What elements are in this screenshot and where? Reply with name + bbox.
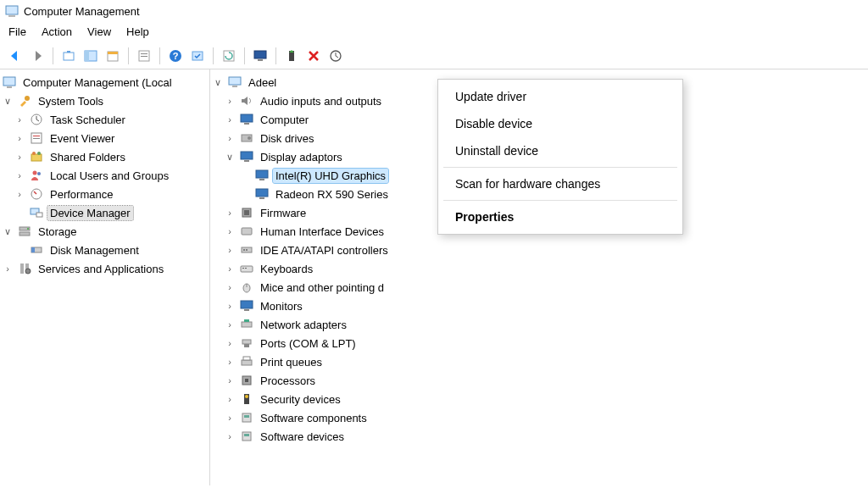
toolbar-separator: [159, 47, 160, 64]
monitor-icon: [239, 112, 254, 127]
up-button[interactable]: [58, 46, 79, 66]
svg-rect-32: [36, 213, 42, 217]
device-cat-monitors[interactable]: › Monitors: [212, 297, 866, 315]
tree-item-task-scheduler[interactable]: › Task Scheduler: [2, 110, 208, 129]
svg-point-28: [33, 171, 37, 175]
expand-icon[interactable]: ›: [14, 114, 25, 125]
expand-icon[interactable]: ›: [224, 133, 236, 143]
expand-icon[interactable]: ›: [224, 431, 236, 441]
gpu-icon: [254, 168, 270, 183]
tree-item-event-viewer[interactable]: › Event Viewer: [2, 129, 208, 147]
menu-view[interactable]: View: [87, 25, 111, 38]
svg-point-29: [37, 172, 41, 175]
keyboard-icon: [239, 261, 254, 276]
device-cat-mice[interactable]: › Mice and other pointing d: [212, 278, 866, 297]
expand-icon[interactable]: ›: [224, 114, 236, 125]
expand-icon[interactable]: ›: [14, 133, 25, 143]
device-cat-ide[interactable]: › IDE ATA/ATAPI controllers: [212, 241, 866, 259]
performance-icon: [29, 186, 44, 202]
tree-item-device-manager[interactable]: › Device Manager: [2, 203, 208, 222]
expand-icon[interactable]: ›: [224, 413, 236, 423]
svg-rect-15: [258, 59, 263, 61]
tree-item-system-tools[interactable]: ∨ System Tools: [2, 92, 208, 110]
device-cat-processors[interactable]: › Processors: [212, 371, 866, 390]
expand-icon[interactable]: ›: [14, 170, 25, 180]
update-driver-button[interactable]: [281, 46, 302, 66]
menu-uninstall-device[interactable]: Uninstall device: [438, 137, 682, 164]
expand-icon[interactable]: ›: [224, 375, 236, 385]
svg-rect-25: [31, 154, 42, 161]
svg-rect-23: [33, 136, 40, 136]
menu-disable-device[interactable]: Disable device: [438, 110, 682, 137]
device-cat-print[interactable]: › Print queues: [212, 352, 866, 371]
device-cat-ports[interactable]: › Ports (COM & LPT): [212, 334, 866, 352]
device-cat-security[interactable]: › Security devices: [212, 390, 866, 408]
expand-icon[interactable]: ›: [224, 357, 236, 367]
action-button[interactable]: [187, 46, 208, 66]
delete-button[interactable]: [303, 46, 324, 66]
menu-update-driver[interactable]: Update driver: [438, 83, 682, 110]
tree-item-performance[interactable]: › Performance: [2, 185, 208, 203]
disk-icon: [239, 130, 254, 146]
refresh-button[interactable]: [219, 46, 239, 66]
menu-file[interactable]: File: [8, 25, 26, 38]
calendar-button[interactable]: [103, 46, 123, 66]
tree-item-disk-management[interactable]: › Disk Management: [2, 241, 208, 259]
svg-rect-34: [19, 232, 30, 236]
menu-properties[interactable]: Properties: [438, 203, 682, 230]
collapse-icon[interactable]: ∨: [212, 77, 224, 88]
menu-separator: [443, 167, 677, 168]
monitor-button[interactable]: [250, 46, 270, 66]
titlebar: Computer Management: [0, 0, 868, 22]
svg-rect-54: [244, 210, 249, 215]
properties-button[interactable]: [134, 46, 154, 66]
svg-rect-2: [64, 53, 74, 60]
chip-icon: [239, 205, 254, 220]
expand-icon[interactable]: ›: [224, 208, 236, 218]
expand-icon[interactable]: ›: [224, 319, 236, 330]
expand-icon[interactable]: ›: [224, 245, 236, 255]
collapse-icon[interactable]: ∨: [2, 96, 14, 107]
menu-action[interactable]: Action: [42, 25, 72, 38]
expand-icon[interactable]: ›: [224, 394, 236, 404]
svg-rect-49: [256, 170, 268, 178]
expand-icon[interactable]: ›: [224, 263, 236, 274]
menu-help[interactable]: Help: [126, 25, 149, 38]
show-hide-tree-button[interactable]: [81, 46, 101, 66]
device-tree-pane[interactable]: ∨ Adeel › Audio inputs and outputs › Com…: [210, 69, 868, 485]
tree-item-local-users[interactable]: › Local Users and Groups: [2, 166, 208, 185]
device-cat-keyboards[interactable]: › Keyboards: [212, 259, 866, 278]
expand-icon[interactable]: ›: [14, 189, 25, 199]
expand-icon[interactable]: ›: [2, 263, 14, 274]
device-cat-sw-devices[interactable]: › Software devices: [212, 427, 866, 446]
expand-icon[interactable]: ›: [14, 152, 25, 162]
expand-icon[interactable]: ›: [224, 282, 236, 292]
mouse-icon: [239, 280, 254, 295]
svg-rect-79: [244, 434, 249, 436]
expand-icon[interactable]: ›: [224, 96, 236, 106]
svg-rect-59: [241, 266, 253, 272]
expand-icon[interactable]: ›: [224, 301, 236, 311]
cpu-icon: [239, 373, 254, 388]
hid-icon: [239, 224, 254, 239]
forward-button[interactable]: [27, 46, 47, 66]
device-cat-sw-components[interactable]: › Software components: [212, 408, 866, 427]
back-button[interactable]: [5, 46, 25, 66]
expand-icon[interactable]: ›: [224, 226, 236, 236]
menu-scan-hardware[interactable]: Scan for hardware changes: [438, 170, 682, 197]
tools-icon: [17, 93, 32, 108]
expand-icon[interactable]: ›: [224, 338, 236, 348]
help-button[interactable]: ?: [165, 46, 186, 66]
svg-rect-66: [242, 322, 252, 327]
collapse-icon[interactable]: ∨: [224, 152, 236, 163]
tree-item-storage[interactable]: ∨ Storage: [2, 222, 208, 241]
svg-point-40: [25, 269, 31, 274]
users-icon: [29, 168, 44, 183]
collapse-icon[interactable]: ∨: [2, 226, 14, 237]
tree-item-shared-folders[interactable]: › Shared Folders: [2, 147, 208, 166]
tree-item-services[interactable]: › Services and Applications: [2, 259, 208, 278]
device-cat-network[interactable]: › Network adapters: [212, 315, 866, 334]
navigation-pane[interactable]: Computer Management (Local ∨ System Tool…: [0, 69, 210, 485]
scan-button[interactable]: [326, 46, 346, 66]
tree-root-computer-mgmt[interactable]: Computer Management (Local: [2, 73, 208, 92]
